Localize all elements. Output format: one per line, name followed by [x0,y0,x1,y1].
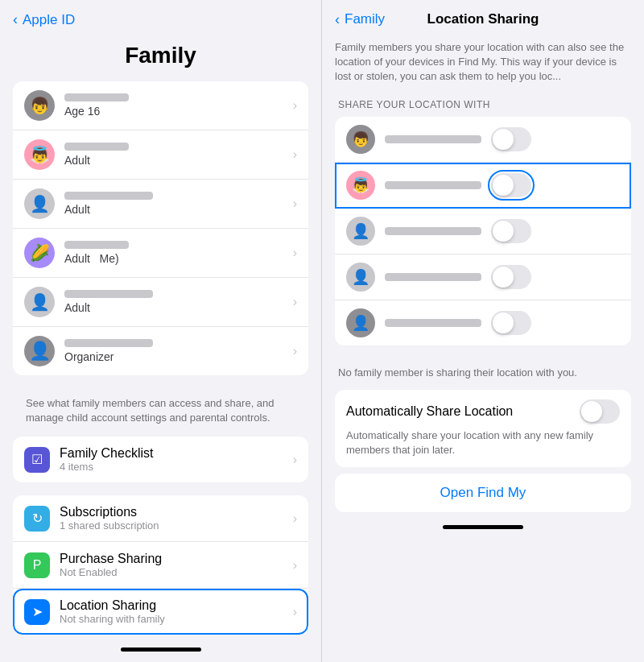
right-content: Family members you share your location w… [322,35,644,662]
feature-text: Purchase Sharing Not Enabled [60,552,293,578]
feature-title: Subscriptions [60,505,293,519]
chevron-right-icon: › [293,605,297,619]
chevron-right-icon: › [293,197,297,211]
auto-share-title: Automatically Share Location [346,404,513,419]
subscriptions-icon: ↻ [24,506,50,532]
location-sharing-row[interactable]: ➤ Location Sharing Not sharing with fami… [13,589,308,635]
share-avatar: 👤 [346,308,375,337]
member-row[interactable]: 👤 Organizer › [13,327,308,375]
apple-id-back-button[interactable]: ‹ Apple ID [13,11,308,28]
feature-subtitle: Not Enabled [60,566,293,578]
avatar: 👤 [24,188,55,219]
open-findmy-button[interactable]: Open Find My [335,474,631,512]
chevron-right-icon: › [293,98,297,113]
member-name-blur [64,192,153,200]
member-label: Adult [64,154,293,167]
avatar: 👤 [24,287,55,317]
member-info: Adult [64,143,293,167]
share-name-blur [385,273,481,281]
share-avatar: 👦 [346,125,375,154]
share-member-row[interactable]: 👤 [335,254,631,300]
chevron-right-icon: › [293,511,297,526]
member-label: Adult [64,301,293,314]
subscriptions-row[interactable]: ↻ Subscriptions 1 shared subscription › [13,495,308,542]
chevron-right-icon: › [293,295,297,309]
right-description: Family members you share your location w… [335,35,631,85]
member-name-blur [64,339,153,347]
member-name-blur [64,241,129,249]
member-info: Age 16 [64,93,293,118]
back-chevron-icon: ‹ [335,11,340,28]
family-members-card: 👦 Age 16 › 👼 Adult › [13,81,308,375]
share-members-card: 👦 👼 👤 [335,117,631,345]
auto-share-row: Automatically Share Location [346,399,620,424]
chevron-right-icon: › [293,147,297,162]
person-icon: 👤 [30,194,50,213]
share-name-blur [385,135,481,143]
bottom-indicator [443,525,523,529]
share-avatar: 👼 [346,171,375,200]
location-toggle[interactable] [491,219,531,243]
member-info: Adult [64,290,293,314]
member-row[interactable]: 🌽 Adult Me) › [13,229,308,278]
location-toggle[interactable] [491,173,531,197]
back-label: Apple ID [23,12,75,28]
member-info: Adult Me) [64,241,293,265]
family-back-button[interactable]: ‹ Family [335,11,385,28]
member-label: Adult Me) [64,252,293,265]
purchase-sharing-row[interactable]: P Purchase Sharing Not Enabled › [13,542,308,589]
chevron-right-icon: › [293,246,297,260]
member-label: Adult [64,203,293,216]
share-name-blur [385,181,481,189]
chevron-right-icon: › [293,453,297,467]
auto-share-card: Automatically Share Location Automatical… [335,390,631,467]
features-card: ↻ Subscriptions 1 shared subscription › … [13,495,308,635]
member-row[interactable]: 👦 Age 16 › [13,81,308,130]
chevron-right-icon: › [293,344,297,358]
purchase-icon: P [24,552,50,578]
member-name-blur [64,143,129,151]
location-toggle[interactable] [491,265,531,289]
share-section-label: SHARE YOUR LOCATION WITH [335,99,631,110]
avatar: 👤 [24,336,55,366]
back-chevron-icon: ‹ [13,11,18,28]
family-checklist-row[interactable]: ☑ Family Checklist 4 items › [13,437,308,482]
open-findmy-label: Open Find My [440,485,526,501]
feature-subtitle: Not sharing with family [60,613,293,625]
share-member-row[interactable]: 👤 [335,209,631,254]
person-icon: 👤 [30,292,50,312]
left-header: ‹ Apple ID [0,0,321,36]
member-row[interactable]: 👤 Adult › [13,180,308,229]
right-title: Location Sharing [427,11,539,27]
member-info: Adult [64,192,293,216]
auto-share-desc: Automatically share your location with a… [346,428,620,457]
avatar: 🌽 [24,238,55,268]
member-label: Age 16 [64,105,293,118]
location-icon: ➤ [24,599,50,625]
member-row[interactable]: 👼 Adult › [13,130,308,180]
feature-text: Family Checklist 4 items [60,446,293,473]
back-label: Family [345,11,385,27]
share-member-row[interactable]: 👦 [335,117,631,163]
feature-subtitle: 4 items [60,461,293,473]
checklist-icon: ☑ [24,447,50,473]
share-name-blur [385,319,481,327]
no-sharing-text: No family member is sharing their locati… [335,358,631,390]
location-toggle[interactable] [491,311,531,335]
family-checklist-card: ☑ Family Checklist 4 items › [13,437,308,482]
feature-text: Location Sharing Not sharing with family [60,598,293,625]
person-icon: 👤 [29,341,51,362]
auto-share-toggle[interactable] [580,399,620,424]
share-avatar: 👤 [346,263,375,292]
share-member-row[interactable]: 👤 [335,300,631,345]
share-member-row[interactable]: 👼 [335,163,631,209]
feature-title: Location Sharing [60,598,293,613]
left-title: Family [0,36,321,81]
avatar: 👦 [24,90,55,121]
member-name-blur [64,290,153,298]
member-row[interactable]: 👤 Adult › [13,278,308,327]
feature-text: Subscriptions 1 shared subscription [60,505,293,532]
location-toggle[interactable] [491,127,531,151]
bottom-indicator [121,648,201,652]
feature-title: Purchase Sharing [60,552,293,566]
